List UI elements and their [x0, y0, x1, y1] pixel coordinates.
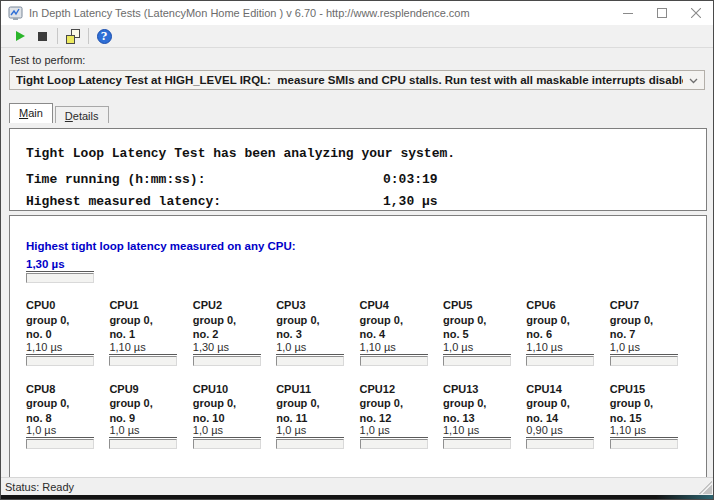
cpu-latency-cell: CPU11group 0,no. 111,0 µs [276, 382, 359, 450]
processor-affinity-button[interactable] [62, 27, 84, 46]
cpu-number-label: no. 2 [193, 327, 276, 342]
cpu-latency-cell: CPU5group 0,no. 51,0 µs [443, 298, 526, 366]
cpu-name-label: CPU5 [443, 298, 526, 313]
highest-latency-row: Highest measured latency:1,30 µs [26, 194, 706, 209]
stop-test-button[interactable] [31, 27, 53, 46]
minimize-button[interactable] [611, 1, 645, 25]
cpu-latency-cell: CPU12group 0,no. 121,0 µs [360, 382, 443, 450]
cpu-latency-bar [109, 439, 177, 449]
toolbar-separator [57, 28, 58, 44]
start-test-button[interactable] [9, 27, 31, 46]
cpu-latency-value: 1,0 µs [276, 424, 344, 438]
cpu-number-label: no. 5 [443, 327, 526, 342]
cpu-number-label: no. 11 [276, 411, 359, 426]
cpu-group-label: group 0, [443, 313, 526, 328]
help-icon: ? [97, 29, 112, 44]
cpu-name-label: CPU1 [109, 298, 192, 313]
cpu-group-label: group 0, [610, 313, 693, 328]
cpu-group-label: group 0, [526, 396, 609, 411]
cpu-latency-value: 1,0 µs [26, 424, 94, 438]
resize-grip[interactable] [699, 481, 712, 494]
cpu-latency-bar [360, 356, 428, 366]
cpu-grid: CPU0group 0,no. 01,10 µsCPU1group 0,no. … [26, 298, 706, 449]
cpu-latency-value: 1,10 µs [443, 424, 511, 438]
cpu-name-label: CPU15 [610, 382, 693, 397]
cpu-group-label: group 0, [26, 396, 109, 411]
cpu-latency-value: 1,0 µs [193, 424, 261, 438]
help-button[interactable]: ? [93, 27, 115, 46]
cpu-latency-cell: CPU15group 0,no. 151,10 µs [610, 382, 693, 450]
cpu-latency-cell: CPU4group 0,no. 41,10 µs [360, 298, 443, 366]
cpu-number-label: no. 1 [109, 327, 192, 342]
cpu-name-label: CPU0 [26, 298, 109, 313]
cpu-number-label: no. 15 [610, 411, 693, 426]
processor-affinity-icon [66, 29, 81, 44]
cpu-name-label: CPU11 [276, 382, 359, 397]
close-button[interactable] [679, 1, 713, 25]
cpu-latency-value: 0,90 µs [526, 424, 594, 438]
cpu-latency-cell: CPU6group 0,no. 61,10 µs [526, 298, 609, 366]
cpu-group-label: group 0, [193, 396, 276, 411]
tab-main[interactable]: Main [9, 103, 53, 123]
cpu-latency-bar [443, 356, 511, 366]
cpu-latency-value: 1,10 µs [26, 341, 94, 355]
cpu-latency-bar [193, 356, 261, 366]
cpu-number-label: no. 4 [360, 327, 443, 342]
cpu-group-label: group 0, [276, 313, 359, 328]
cpu-number-label: no. 14 [526, 411, 609, 426]
status-bar: Status: Ready [1, 477, 713, 495]
any-cpu-heading: Highest tight loop latency measured on a… [26, 240, 706, 252]
app-icon [8, 6, 23, 21]
cpu-latency-cell: CPU3group 0,no. 31,0 µs [276, 298, 359, 366]
cpu-latency-cell: CPU14group 0,no. 140,90 µs [526, 382, 609, 450]
selected-test-text: Tight Loop Latency Test at HIGH_LEVEL IR… [16, 74, 683, 86]
cpu-latency-cell: CPU7group 0,no. 71,0 µs [610, 298, 693, 366]
cpu-name-label: CPU9 [109, 382, 192, 397]
cpu-latency-cell: CPU1group 0,no. 11,10 µs [109, 298, 192, 366]
cpu-name-label: CPU14 [526, 382, 609, 397]
latencymon-window: In Depth Latency Tests (LatencyMon Home … [0, 0, 714, 500]
cpu-latency-bar [360, 439, 428, 449]
cpu-name-label: CPU4 [360, 298, 443, 313]
test-select-dropdown[interactable]: Tight Loop Latency Test at HIGH_LEVEL IR… [9, 70, 705, 90]
cpu-number-label: no. 0 [26, 327, 109, 342]
cpu-group-label: group 0, [26, 313, 109, 328]
cpu-latency-value: 1,10 µs [360, 341, 428, 355]
cpu-name-label: CPU12 [360, 382, 443, 397]
cpu-latency-value: 1,10 µs [109, 341, 177, 355]
any-cpu-latency-bar [26, 273, 94, 283]
cpu-number-label: no. 10 [193, 411, 276, 426]
cpu-name-label: CPU6 [526, 298, 609, 313]
cpu-latency-bar [276, 439, 344, 449]
cpu-latency-value: 1,10 µs [610, 424, 678, 438]
cpu-latency-value: 1,0 µs [610, 341, 678, 355]
summary-panel: Tight Loop Latency Test has been analyzi… [9, 128, 707, 211]
maximize-button[interactable] [645, 1, 679, 25]
cpu-group-label: group 0, [109, 396, 192, 411]
tab-details[interactable]: Details [55, 106, 109, 123]
cpu-latency-cell: CPU13group 0,no. 131,10 µs [443, 382, 526, 450]
cpu-latency-panel: Highest tight loop latency measured on a… [9, 215, 707, 481]
cpu-latency-bar [26, 439, 94, 449]
toolbar: ? [1, 25, 713, 48]
cpu-latency-bar [276, 356, 344, 366]
cpu-group-label: group 0, [360, 313, 443, 328]
highest-latency-value: 1,30 µs [383, 194, 438, 209]
cpu-latency-value: 1,0 µs [360, 424, 428, 438]
cpu-group-label: group 0, [610, 396, 693, 411]
cpu-latency-bar [610, 439, 678, 449]
cpu-group-label: group 0, [526, 313, 609, 328]
chevron-down-icon [683, 75, 698, 86]
time-running-value: 0:03:19 [383, 172, 438, 187]
cpu-latency-bar [109, 356, 177, 366]
cpu-name-label: CPU13 [443, 382, 526, 397]
cpu-latency-bar [610, 356, 678, 366]
cpu-latency-bar [26, 356, 94, 366]
stop-icon [38, 32, 47, 41]
cpu-number-label: no. 12 [360, 411, 443, 426]
cpu-latency-bar [443, 439, 511, 449]
cpu-latency-cell: CPU8group 0,no. 81,0 µs [26, 382, 109, 450]
cpu-latency-cell: CPU9group 0,no. 91,0 µs [109, 382, 192, 450]
time-running-row: Time running (h:mm:ss):0:03:19 [26, 172, 706, 187]
cpu-number-label: no. 7 [610, 327, 693, 342]
